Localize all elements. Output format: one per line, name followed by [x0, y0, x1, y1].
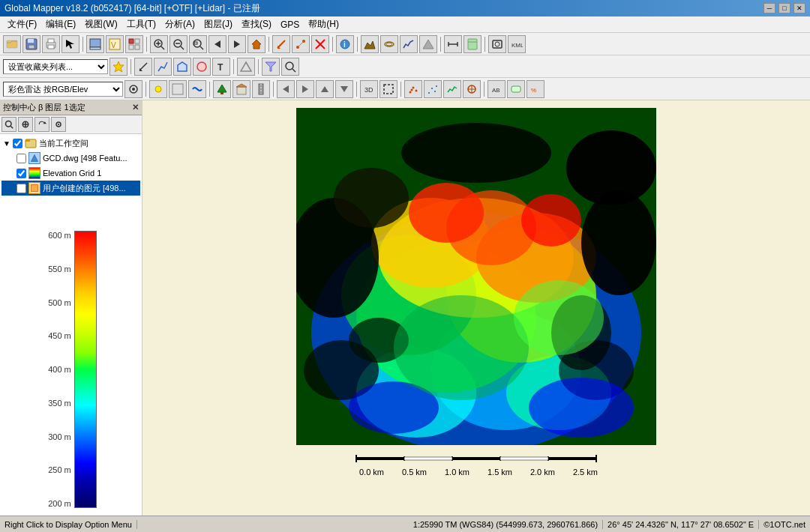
tb-shader-button[interactable] [169, 80, 187, 98]
tb-node-button[interactable] [292, 35, 310, 53]
colorscheme-combo[interactable]: 彩色雷达 按RGB/Elev [3, 82, 123, 97]
tb-light-button[interactable] [149, 80, 167, 98]
tb-draw-button[interactable] [272, 35, 290, 53]
tb-separator-8 [130, 59, 131, 74]
svg-point-54 [197, 62, 206, 71]
tb-print-button[interactable] [42, 35, 60, 53]
tb-more1-button[interactable]: 3D [360, 80, 378, 98]
tb-separator-9 [233, 59, 234, 74]
tb-screenshot-button[interactable] [488, 35, 506, 53]
tb-arrow-down-button[interactable] [335, 80, 353, 98]
map-canvas[interactable] [296, 108, 656, 445]
tb-zoom-in-button[interactable] [150, 35, 168, 53]
panel-tb-settings-button[interactable] [51, 117, 66, 132]
panel-close-button[interactable]: ✕ [132, 103, 139, 112]
close-button[interactable]: ✕ [794, 3, 806, 13]
tb-lidar3-button[interactable] [443, 80, 461, 98]
tb-calc-button[interactable] [464, 35, 482, 53]
tb-info-button[interactable]: i [336, 35, 354, 53]
tb-arrow-left-button[interactable] [277, 80, 295, 98]
color-bar-container: 600 m 550 m 500 m 450 m 400 m 350 m 300 … [41, 231, 100, 508]
tb-home-button[interactable] [248, 35, 266, 53]
tb-area-button[interactable] [173, 58, 191, 76]
svg-rect-13 [135, 39, 140, 43]
tb-text-button[interactable]: T [212, 58, 230, 76]
menu-gps[interactable]: GPS [276, 18, 304, 31]
svg-point-90 [6, 121, 12, 127]
layer-user-checkbox[interactable] [16, 184, 26, 193]
layer-item-gcd[interactable]: GCD.dwg [498 Featu... [2, 151, 140, 166]
map-area[interactable]: 0.0 km 0.5 km 1.0 km 1.5 km 2.0 km 2.5 k… [142, 100, 810, 516]
menu-view[interactable]: 视图(W) [80, 16, 122, 32]
tb-grid-button[interactable] [125, 35, 143, 53]
tb-building-button[interactable] [232, 80, 250, 98]
svg-marker-56 [241, 62, 251, 71]
tb-search2-button[interactable] [281, 58, 299, 76]
tb-filter-button[interactable] [262, 58, 280, 76]
tb-cursor-button[interactable] [62, 35, 80, 53]
tb-lidar2-button[interactable] [424, 80, 442, 98]
tb-water-button[interactable] [188, 80, 206, 98]
tb-pan-right-button[interactable] [228, 35, 246, 53]
menu-analysis[interactable]: 分析(A) [160, 16, 200, 32]
layer-elevation-checkbox[interactable] [16, 169, 26, 178]
tb-terrain-button[interactable] [361, 35, 379, 53]
tree-workspace[interactable]: ▼ 当前工作空间 [2, 136, 140, 151]
tb-zoom-rect-button[interactable] [189, 35, 207, 53]
menu-tools[interactable]: 工具(T) [122, 16, 160, 32]
layer-item-user[interactable]: 用户创建的图元 [498... [2, 181, 140, 196]
svg-point-80 [428, 92, 430, 94]
tb-save-button[interactable] [22, 35, 40, 53]
tb-zoom-out-button[interactable] [170, 35, 188, 53]
tb-measure-button[interactable] [444, 35, 462, 53]
tb-arrow-right-button[interactable] [296, 80, 314, 98]
label-200m: 200 m [48, 499, 71, 508]
svg-line-17 [161, 46, 164, 49]
menu-search[interactable]: 查找(S) [237, 16, 276, 32]
tb-triangle-button[interactable] [237, 58, 255, 76]
tb-lidar1-button[interactable] [404, 80, 422, 98]
tb-shade-button[interactable] [419, 35, 437, 53]
maximize-button[interactable]: □ [778, 3, 790, 13]
tb-misc2-button[interactable] [507, 80, 525, 98]
tb-road-button[interactable] [252, 80, 270, 98]
tb-lidar4-button[interactable] [463, 80, 481, 98]
status-projection: 1:25990 TM (WGS84) (544999.673, 2960761.… [409, 520, 603, 529]
tb-fav-star-button[interactable] [110, 58, 128, 76]
scale-2.0: 2.0 km [530, 468, 555, 477]
tb-profile-button[interactable] [400, 35, 418, 53]
panel-tb-zoom-button[interactable] [18, 117, 33, 132]
tb-pen-button[interactable] [134, 58, 152, 76]
tb-more2-button[interactable] [380, 80, 398, 98]
menu-file[interactable]: 文件(F) [3, 16, 41, 32]
tb-open-button[interactable] [3, 35, 21, 53]
layer-item-elevation[interactable]: Elevation Grid 1 [2, 166, 140, 181]
tb-separator-11 [146, 82, 146, 97]
tb-circle-button[interactable] [193, 58, 211, 76]
layer-tree: ▼ 当前工作空间 GCD.dwg [498 Featu... [0, 134, 142, 223]
tb-line-button[interactable] [154, 58, 172, 76]
tb-pan-left-button[interactable] [208, 35, 226, 53]
tb-misc3-button[interactable]: % [526, 80, 544, 98]
tb-misc1-button[interactable]: AB [488, 80, 506, 98]
panel-tb-reload-button[interactable] [34, 117, 50, 132]
tb-colorscheme-settings-button[interactable] [124, 80, 142, 98]
workspace-expand-icon[interactable]: ▼ [3, 139, 10, 148]
tb-html-button[interactable]: KML [508, 35, 526, 53]
menu-edit[interactable]: 编辑(E) [41, 16, 80, 32]
menu-layers[interactable]: 图层(J) [200, 16, 237, 32]
menu-help[interactable]: 帮助(H) [304, 16, 344, 32]
tb-export-button[interactable] [86, 35, 104, 53]
svg-point-82 [434, 91, 436, 92]
tb-delete-button[interactable] [311, 35, 329, 53]
panel-tb-search-button[interactable] [2, 117, 16, 132]
favorites-combo[interactable]: 设置收藏夹列表... [3, 59, 108, 74]
workspace-checkbox[interactable] [13, 139, 22, 148]
tb-veg-button[interactable] [213, 80, 231, 98]
tb-separator-13 [273, 82, 274, 97]
minimize-button[interactable]: ─ [764, 3, 776, 13]
tb-contour-button[interactable] [380, 35, 398, 53]
tb-vector-button[interactable]: V [106, 35, 124, 53]
layer-gcd-checkbox[interactable] [16, 154, 26, 163]
tb-arrow-up-button[interactable] [316, 80, 334, 98]
